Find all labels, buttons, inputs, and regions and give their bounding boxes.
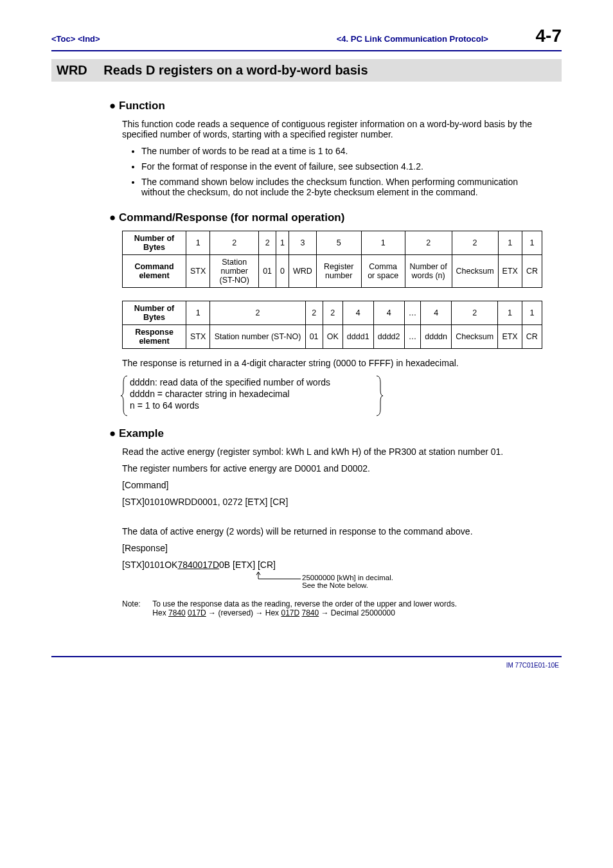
row-label-cmd: Command element bbox=[123, 255, 186, 288]
desc-box: ddddn: read data of the specified number… bbox=[122, 375, 387, 413]
note: Note: To use the response data as the re… bbox=[122, 599, 542, 617]
note-end: → Decimal 25000000 bbox=[319, 608, 395, 617]
right-brace-icon bbox=[375, 375, 383, 417]
command-table: Number of Bytes 1 2 2 1 3 5 1 2 2 1 1 Co… bbox=[122, 231, 542, 288]
annotation: 25000000 [kWh] in decimal. See the Note … bbox=[302, 574, 542, 589]
cell: 4 bbox=[373, 301, 404, 325]
title-text: Reads D registers on a word-by-word basi… bbox=[103, 63, 368, 77]
cell: Comma or space bbox=[361, 255, 405, 288]
cell: Checksum bbox=[452, 325, 498, 349]
desc-line: ddddn = character string in hexadecimal bbox=[130, 389, 387, 399]
cell: 2 bbox=[405, 231, 452, 255]
chapter-link[interactable]: <4. PC Link Communication Protocol> bbox=[337, 34, 488, 44]
left-brace-icon bbox=[121, 375, 129, 417]
response-table: Number of Bytes 1 2 2 2 4 4 … 4 2 1 1 Re… bbox=[122, 301, 542, 349]
function-bullets: The number of words to be read at a time… bbox=[141, 146, 542, 197]
cell: 1 bbox=[186, 301, 210, 325]
note-hex: 7840 bbox=[168, 608, 186, 617]
cell: 2 bbox=[323, 301, 342, 325]
cell: 2 bbox=[210, 301, 305, 325]
title-code: WRD bbox=[57, 63, 87, 78]
page-header: <Toc> <Ind> <4. PC Link Communication Pr… bbox=[51, 26, 562, 46]
row-label-bytes: Number of Bytes bbox=[123, 231, 186, 255]
table-row: Number of Bytes 1 2 2 2 4 4 … 4 2 1 1 bbox=[123, 301, 542, 325]
cell: 2 bbox=[210, 231, 259, 255]
note-text: To use the response data as the reading,… bbox=[152, 599, 457, 608]
cell: 1 bbox=[522, 231, 542, 255]
link-toc[interactable]: <Toc> bbox=[51, 34, 75, 44]
resp-underlined: 7840017D bbox=[177, 560, 219, 570]
cell: CR bbox=[522, 255, 542, 288]
cell: 1 bbox=[498, 231, 522, 255]
example-text: The data of active energy (2 words) will… bbox=[122, 526, 542, 536]
bullet-item: For the format of response in the event … bbox=[141, 161, 542, 172]
footer-text: IM 77C01E01-10E bbox=[51, 662, 562, 669]
cell: 2 bbox=[305, 301, 323, 325]
cell: … bbox=[404, 325, 421, 349]
note-hex: 7840 bbox=[302, 608, 319, 617]
section-title: WRD Reads D registers on a word-by-word … bbox=[51, 59, 562, 82]
cell: Station number (ST-NO) bbox=[210, 325, 305, 349]
note-mid: → (reversed) → Hex bbox=[206, 608, 281, 617]
example-text: Read the active energy (register symbol:… bbox=[122, 447, 542, 457]
arrow-up-icon bbox=[256, 570, 302, 583]
note-hex: 017D bbox=[281, 608, 299, 617]
example-label: [Response] bbox=[122, 543, 542, 553]
desc-line: ddddn: read data of the specified number… bbox=[130, 377, 387, 387]
header-rule bbox=[51, 50, 562, 51]
footer-rule bbox=[51, 656, 562, 657]
cell: STX bbox=[186, 255, 210, 288]
example-label: [Command] bbox=[122, 480, 542, 490]
annot-line1: 25000000 [kWh] in decimal. bbox=[302, 574, 393, 581]
cell: 1 bbox=[361, 231, 405, 255]
example-command: [STX]01010WRDD0001, 0272 [ETX] [CR] bbox=[122, 497, 542, 507]
annot-line2: See the Note below. bbox=[302, 581, 368, 589]
cell: Number of words (n) bbox=[405, 255, 452, 288]
bullet-item: The command shown below includes the che… bbox=[141, 177, 542, 197]
cell: ETX bbox=[498, 325, 522, 349]
cell: 1 bbox=[498, 301, 522, 325]
cell: dddd2 bbox=[373, 325, 404, 349]
header-left: <Toc> <Ind> bbox=[51, 34, 100, 44]
row-label-bytes: Number of Bytes bbox=[123, 301, 186, 325]
heading-example: Example bbox=[109, 427, 542, 440]
cell: Station number (ST-NO) bbox=[210, 255, 259, 288]
cell: OK bbox=[323, 325, 342, 349]
cell: 1 bbox=[276, 231, 289, 255]
cell: … bbox=[404, 301, 421, 325]
resp-post: 0B [ETX] [CR] bbox=[219, 560, 276, 570]
table-row: Command element STX Station number (ST-N… bbox=[123, 255, 542, 288]
heading-function: Function bbox=[109, 100, 542, 112]
cell: 2 bbox=[452, 301, 498, 325]
example-response: [STX]0101OK7840017D0B [ETX] [CR] bbox=[122, 560, 542, 570]
cell: ETX bbox=[498, 255, 522, 288]
cell: 2 bbox=[452, 231, 498, 255]
cell: Register number bbox=[316, 255, 361, 288]
cell: CR bbox=[522, 325, 542, 349]
response-note: The response is returned in a 4-digit ch… bbox=[122, 358, 542, 368]
resp-pre: [STX]0101OK bbox=[122, 560, 177, 570]
cell: dddd1 bbox=[342, 325, 373, 349]
cell: WRD bbox=[289, 255, 317, 288]
cell: 4 bbox=[342, 301, 373, 325]
row-label-resp: Response element bbox=[123, 325, 186, 349]
link-ind[interactable]: <Ind> bbox=[78, 34, 100, 44]
note-hex: 017D bbox=[188, 608, 206, 617]
cell: 01 bbox=[259, 255, 276, 288]
page-number: 4-7 bbox=[536, 26, 562, 46]
cell: 2 bbox=[259, 231, 276, 255]
cell: Checksum bbox=[452, 255, 498, 288]
table-row: Response element STX Station number (ST-… bbox=[123, 325, 542, 349]
desc-line: n = 1 to 64 words bbox=[130, 400, 387, 411]
table-row: Number of Bytes 1 2 2 1 3 5 1 2 2 1 1 bbox=[123, 231, 542, 255]
note-label: Note: bbox=[122, 599, 150, 608]
function-paragraph: This function code reads a sequence of c… bbox=[122, 119, 542, 139]
cell: 5 bbox=[316, 231, 361, 255]
cell: 1 bbox=[186, 231, 210, 255]
example-text: The register numbers for active energy a… bbox=[122, 463, 542, 474]
cell: 01 bbox=[305, 325, 323, 349]
cell: 1 bbox=[522, 301, 542, 325]
cell: STX bbox=[186, 325, 210, 349]
cell: 3 bbox=[289, 231, 317, 255]
bullet-item: The number of words to be read at a time… bbox=[141, 146, 542, 156]
